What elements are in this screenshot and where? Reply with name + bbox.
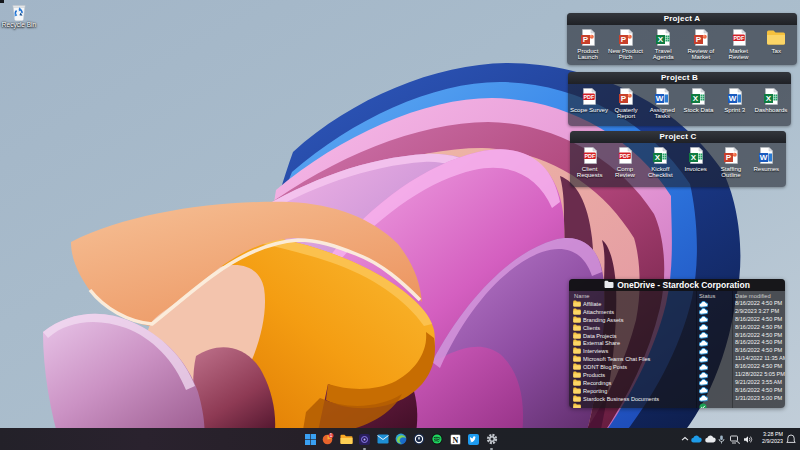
svg-text:X: X <box>658 35 664 44</box>
svg-text:P: P <box>726 153 732 162</box>
svg-text:PDF: PDF <box>583 94 594 100</box>
svg-text:P: P <box>621 94 627 103</box>
svg-text:X: X <box>766 94 772 103</box>
svg-text:PDF: PDF <box>619 153 630 159</box>
svg-text:P: P <box>696 35 702 44</box>
svg-text:P: P <box>583 35 589 44</box>
svg-text:PDF: PDF <box>584 153 595 159</box>
svg-text:W: W <box>656 94 664 103</box>
svg-text:W: W <box>760 153 768 162</box>
svg-text:P: P <box>620 35 626 44</box>
svg-text:X: X <box>690 153 696 162</box>
svg-text:X: X <box>655 153 661 162</box>
svg-text:3:28 PM: 3:28 PM <box>763 431 783 437</box>
svg-text:X: X <box>693 94 699 103</box>
svg-text:W: W <box>728 94 736 103</box>
svg-text:PDF: PDF <box>733 35 744 41</box>
svg-text:2/9/2023: 2/9/2023 <box>762 438 783 444</box>
svg-text:N: N <box>453 435 459 444</box>
